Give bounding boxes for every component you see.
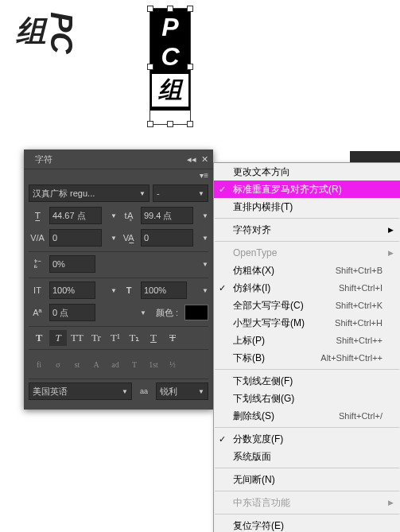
menu-separator bbox=[215, 491, 399, 491]
menu-item-label: OpenType bbox=[233, 247, 277, 258]
underline-button[interactable]: T bbox=[145, 330, 162, 346]
swash-button[interactable]: A bbox=[87, 356, 105, 372]
menu-item[interactable]: 上标(P)Shift+Ctrl++ bbox=[214, 332, 400, 349]
transform-handle[interactable] bbox=[147, 121, 153, 127]
contextual-alt-button[interactable]: σ bbox=[49, 356, 67, 372]
canvas[interactable]: PC 组 PC 组 bbox=[0, 0, 400, 151]
character-tab[interactable]: 字符 bbox=[29, 152, 59, 167]
menu-shortcut: Shift+Ctrl+/ bbox=[339, 411, 383, 421]
menu-item[interactable]: 系统版面 bbox=[214, 448, 400, 465]
menu-shortcut: Shift+Ctrl+I bbox=[339, 283, 383, 293]
font-size-input[interactable]: 44.67 点 bbox=[49, 207, 102, 224]
menu-shortcut: Shift+Ctrl+H bbox=[335, 318, 383, 328]
dropdown-arrow-icon[interactable]: ▼ bbox=[202, 261, 208, 268]
menu-item[interactable]: ✓仿斜体(I)Shift+Ctrl+I bbox=[214, 279, 400, 297]
titling-alt-button[interactable]: T bbox=[126, 356, 143, 372]
color-swatch[interactable] bbox=[184, 305, 208, 320]
menu-item[interactable]: 小型大写字母(M)Shift+Ctrl+H bbox=[214, 314, 400, 332]
dropdown-arrow-icon[interactable]: ▼ bbox=[111, 212, 117, 219]
menu-item-label: 下划线左侧(F) bbox=[233, 375, 293, 388]
menu-item-label: 标准垂直罗马对齐方式(R) bbox=[233, 183, 342, 196]
character-panel-flyout-menu[interactable]: 更改文本方向✓标准垂直罗马对齐方式(R)直排内横排(T)字符对齐▶OpenTyp… bbox=[213, 162, 400, 532]
font-style-value: - bbox=[157, 188, 160, 198]
menu-item[interactable]: 删除线(S)Shift+Ctrl+/ bbox=[214, 407, 400, 425]
menu-item[interactable]: 全部大写字母(C)Shift+Ctrl+K bbox=[214, 297, 400, 314]
font-family-dropdown[interactable]: 汉真广标 regu...▼ bbox=[29, 184, 150, 202]
collapse-icon[interactable]: ◂◂ bbox=[187, 154, 196, 165]
menu-item-label: 字符对齐 bbox=[233, 223, 271, 237]
discretionary-lig-button[interactable]: st bbox=[68, 356, 86, 372]
horz-scale-icon: T bbox=[120, 282, 138, 299]
menu-item-label: 分数宽度(F) bbox=[233, 433, 283, 446]
menu-item[interactable]: 复位字符(E) bbox=[214, 517, 400, 532]
menu-item[interactable]: 下划线右侧(G) bbox=[214, 390, 400, 407]
menu-item[interactable]: ✓分数宽度(F) bbox=[214, 430, 400, 448]
dropdown-arrow-icon[interactable]: ▼ bbox=[111, 235, 117, 242]
menu-item[interactable]: 下标(B)Alt+Shift+Ctrl++ bbox=[214, 349, 400, 367]
tsume-icon: ㍏ bbox=[29, 255, 46, 273]
menu-item[interactable]: 直排内横排(T) bbox=[214, 198, 400, 216]
ordinals-button[interactable]: 1st bbox=[145, 356, 162, 372]
font-family-value: 汉真广标 regu... bbox=[33, 188, 95, 200]
subscript-button[interactable]: T₁ bbox=[126, 330, 143, 346]
transform-handle[interactable] bbox=[167, 121, 173, 127]
kerning-input[interactable]: 0 bbox=[49, 229, 102, 247]
menu-item-label: 更改文本方向 bbox=[233, 165, 290, 179]
menu-item[interactable]: 仿粗体(X)Shift+Ctrl+B bbox=[214, 262, 400, 279]
tsume-input[interactable]: 0% bbox=[49, 255, 95, 273]
tracking-input[interactable]: 0 bbox=[141, 229, 193, 247]
flyout-menu-icon[interactable]: ▾≡ bbox=[200, 171, 208, 180]
text-object-normal[interactable]: PC 组 bbox=[16, 12, 76, 54]
allcaps-button[interactable]: TT bbox=[68, 330, 86, 346]
check-icon: ✓ bbox=[219, 434, 226, 445]
dropdown-arrow-icon[interactable]: ▼ bbox=[202, 235, 208, 242]
submenu-arrow-icon: ▶ bbox=[388, 499, 394, 507]
stylistic-alt-button[interactable]: ad bbox=[107, 356, 124, 372]
language-value: 美国英语 bbox=[33, 386, 68, 398]
panel-header[interactable]: 字符 ◂◂ ✕ bbox=[24, 150, 213, 169]
menu-item[interactable]: ✓标准垂直罗马对齐方式(R) bbox=[214, 181, 400, 198]
menu-item: OpenType▶ bbox=[214, 244, 400, 262]
smallcaps-button[interactable]: Tr bbox=[87, 330, 105, 346]
vert-scale-input[interactable]: 100% bbox=[49, 282, 95, 299]
language-dropdown[interactable]: 美国英语▼ bbox=[29, 382, 132, 400]
dropdown-arrow-icon[interactable]: ▼ bbox=[202, 212, 208, 219]
menu-item[interactable]: 下划线左侧(F) bbox=[214, 372, 400, 390]
menu-item[interactable]: 无间断(N) bbox=[214, 471, 400, 488]
transform-handle[interactable] bbox=[187, 121, 193, 127]
baseline-input[interactable]: 0 点 bbox=[49, 304, 95, 321]
character-panel[interactable]: 字符 ◂◂ ✕ ▾≡ 汉真广标 regu...▼ -▼ T̲ 44.67 点 ▼… bbox=[24, 150, 213, 410]
menu-item-label: 小型大写字母(M) bbox=[233, 316, 305, 330]
close-icon[interactable]: ✕ bbox=[201, 154, 208, 165]
transform-handle[interactable] bbox=[167, 6, 173, 12]
menu-item-label: 仿粗体(X) bbox=[233, 264, 274, 278]
transform-handle[interactable] bbox=[187, 6, 193, 12]
menu-item[interactable]: 字符对齐▶ bbox=[214, 221, 400, 239]
transform-handle[interactable] bbox=[147, 6, 153, 12]
dropdown-arrow-icon[interactable]: ▼ bbox=[111, 287, 117, 294]
transform-handle[interactable] bbox=[187, 64, 193, 70]
fractions-button[interactable]: ½ bbox=[164, 356, 181, 372]
tracking-icon: VA̲ bbox=[120, 229, 138, 247]
strikethrough-button[interactable]: T bbox=[164, 330, 181, 346]
transform-handle[interactable] bbox=[147, 64, 153, 70]
font-style-dropdown[interactable]: -▼ bbox=[153, 184, 208, 202]
ligatures-button[interactable]: fi bbox=[30, 356, 48, 372]
horz-scale-input[interactable]: 100% bbox=[141, 282, 187, 299]
text-pc: PC bbox=[45, 12, 78, 54]
leading-input[interactable]: 99.4 点 bbox=[141, 207, 193, 224]
menu-shortcut: Alt+Shift+Ctrl++ bbox=[320, 353, 383, 363]
menu-item[interactable]: 更改文本方向 bbox=[214, 163, 400, 181]
dropdown-arrow-icon[interactable]: ▼ bbox=[202, 287, 208, 294]
dropdown-arrow-icon[interactable]: ▼ bbox=[140, 309, 146, 316]
text-pc: PC bbox=[161, 13, 179, 71]
menu-item-label: 下标(B) bbox=[233, 351, 265, 365]
superscript-button[interactable]: T¹ bbox=[107, 330, 124, 346]
faux-italic-button[interactable]: T bbox=[49, 330, 67, 346]
antialiasing-icon: aa bbox=[135, 382, 153, 400]
antialiasing-dropdown[interactable]: 锐利▼ bbox=[156, 382, 208, 400]
faux-bold-button[interactable]: T bbox=[30, 330, 48, 346]
opentype-row: fi σ st A ad T 1st ½ bbox=[29, 353, 208, 375]
menu-item: 中东语言功能▶ bbox=[214, 494, 400, 511]
text-object-selected[interactable]: PC 组 bbox=[150, 8, 191, 125]
